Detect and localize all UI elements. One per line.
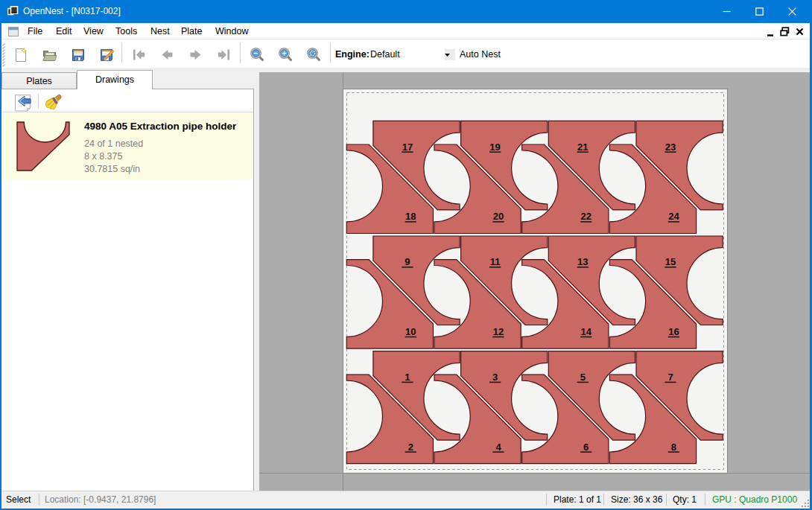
svg-text:1: 1 [405,372,410,383]
svg-text:23: 23 [665,141,676,153]
svg-text:4: 4 [495,442,501,453]
svg-text:6: 6 [583,442,589,453]
svg-text:24: 24 [668,211,679,222]
svg-text:14: 14 [580,326,591,337]
svg-text:13: 13 [577,256,588,267]
svg-text:10: 10 [405,326,416,337]
svg-text:8: 8 [671,442,676,453]
svg-text:21: 21 [577,141,588,153]
svg-text:5: 5 [580,372,586,383]
svg-text:2: 2 [408,442,413,453]
svg-text:11: 11 [490,256,501,267]
svg-text:22: 22 [580,211,591,222]
svg-text:17: 17 [402,141,413,153]
svg-text:12: 12 [493,326,504,337]
svg-text:18: 18 [405,211,416,222]
svg-text:20: 20 [493,211,504,222]
svg-text:3: 3 [492,372,498,383]
svg-text:9: 9 [405,256,410,267]
svg-text:19: 19 [489,141,500,153]
svg-text:15: 15 [665,256,676,267]
svg-text:16: 16 [668,326,679,337]
svg-text:7: 7 [667,372,673,383]
